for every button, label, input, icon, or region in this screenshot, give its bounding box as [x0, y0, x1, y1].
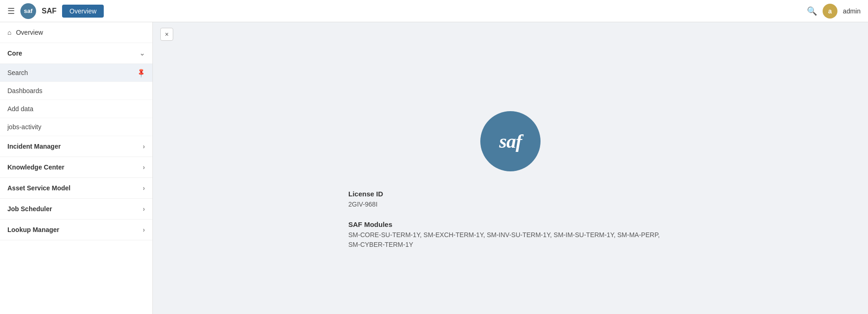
sidebar: ⌂ Overview Core ⌄ Search 📌 Dashboards Ad…	[0, 22, 153, 314]
sidebar-section-core[interactable]: Core ⌄	[0, 43, 152, 64]
content-body: saf License ID 2GIV-968I SAF Modules SM-…	[153, 46, 868, 314]
sidebar-section-knowledge-center[interactable]: Knowledge Center ›	[0, 157, 152, 178]
sidebar-section-asset-service-model[interactable]: Asset Service Model ›	[0, 178, 152, 199]
overview-button[interactable]: Overview	[62, 5, 104, 18]
pin-icon: 📌	[136, 67, 146, 78]
username-label: admin	[843, 7, 861, 15]
chevron-right-icon: ›	[143, 184, 145, 192]
main-layout: ⌂ Overview Core ⌄ Search 📌 Dashboards Ad…	[0, 22, 868, 314]
navbar: ☰ saf SAF Overview 🔍 a admin	[0, 0, 868, 22]
home-icon: ⌂	[7, 29, 11, 36]
saf-modules-block: SAF Modules SM-CORE-SU-TERM-1Y, SM-EXCH-…	[348, 220, 673, 250]
sidebar-item-dashboards[interactable]: Dashboards	[0, 82, 152, 100]
saf-modules-value: SM-CORE-SU-TERM-1Y, SM-EXCH-TERM-1Y, SM-…	[348, 230, 673, 250]
sidebar-section-lookup-manager[interactable]: Lookup Manager ›	[0, 220, 152, 240]
saf-modules-label: SAF Modules	[348, 220, 673, 228]
sidebar-item-search[interactable]: Search 📌	[0, 64, 152, 82]
saf-logo-large: saf	[480, 111, 541, 171]
chevron-right-icon: ›	[143, 163, 145, 171]
license-id-label: License ID	[348, 190, 673, 198]
close-button[interactable]: ×	[160, 28, 173, 41]
sidebar-item-jobs-activity[interactable]: jobs-activity	[0, 118, 152, 136]
avatar[interactable]: a	[823, 4, 837, 19]
license-id-block: License ID 2GIV-968I	[348, 190, 673, 209]
info-section: License ID 2GIV-968I SAF Modules SM-CORE…	[348, 190, 673, 250]
search-icon[interactable]: 🔍	[807, 6, 817, 16]
chevron-down-icon: ⌄	[139, 50, 145, 57]
hamburger-icon[interactable]: ☰	[7, 6, 15, 16]
close-btn-bar: ×	[153, 22, 868, 46]
navbar-logo: saf	[20, 3, 36, 19]
chevron-right-icon: ›	[143, 226, 145, 233]
license-id-value: 2GIV-968I	[348, 200, 673, 209]
sidebar-section-job-scheduler[interactable]: Job Scheduler ›	[0, 199, 152, 220]
sidebar-section-incident-manager[interactable]: Incident Manager ›	[0, 136, 152, 157]
sidebar-item-overview[interactable]: ⌂ Overview	[0, 22, 152, 43]
navbar-app-name: SAF	[42, 7, 57, 15]
sidebar-item-add-data[interactable]: Add data	[0, 100, 152, 118]
chevron-right-icon: ›	[143, 205, 145, 213]
chevron-right-icon: ›	[143, 143, 145, 150]
content-area: × saf License ID 2GIV-968I SAF Modules S…	[153, 22, 868, 314]
